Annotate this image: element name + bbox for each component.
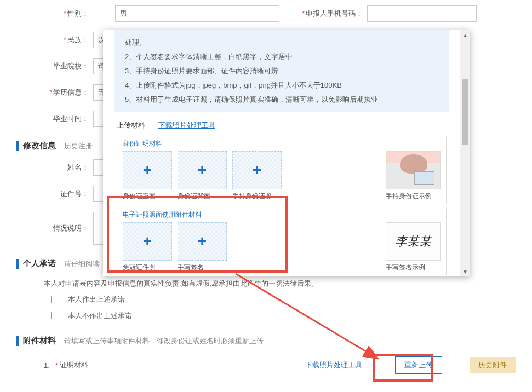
upload-id-holding[interactable]: + (232, 151, 282, 189)
phone-label: *申报人手机号码： (301, 9, 367, 19)
scrollbar-thumb[interactable] (462, 79, 468, 145)
section-ecert-title: 电子证照照面使用附件材料 (123, 210, 441, 220)
plus-icon: + (198, 162, 207, 179)
upload-signature[interactable]: + (178, 222, 227, 261)
download-tool-link-modal[interactable]: 下载照片处理工具 (158, 121, 215, 129)
commitment-checkbox-1[interactable] (44, 296, 52, 303)
education-label: *学历信息： (16, 88, 93, 97)
example-signature-image: 李某某 (386, 222, 441, 261)
notice-line: 4、上传附件格式为jpg，jpeg，bmp，gif，png并且大小不大于100K… (125, 78, 438, 93)
commitment-opt2: 本人不作出上述承诺 (68, 309, 132, 322)
gradtime-label: 毕业时间： (16, 114, 93, 124)
upload-id-back-label: 身份证背面 (178, 192, 227, 201)
example-signature-label: 手写签名示例 (386, 263, 441, 272)
upload-id-back[interactable]: + (178, 151, 227, 189)
commitment-opt1: 本人作出上述承诺 (68, 293, 125, 305)
plus-icon: + (253, 162, 261, 179)
upload-materials-label: 上传材料 (117, 121, 145, 129)
modify-section-title: 修改信息 (23, 141, 56, 151)
attach-row-name: 证明材料 (60, 360, 88, 370)
upload-id-holding-label: 手持身份证照 (232, 192, 282, 201)
gender-label: *性别： (16, 9, 93, 19)
download-tool-link[interactable]: 下载照片处理工具 (305, 360, 362, 370)
attach-row-num: 1. (44, 361, 50, 370)
reupload-button[interactable]: 重新上传 (395, 356, 442, 374)
section-id-title: 身份证明材料 (123, 139, 441, 148)
section-bar (16, 141, 19, 151)
modal-scrollbar[interactable]: ▲ ▼ (460, 30, 470, 276)
name-label: 姓名： (16, 163, 93, 172)
notice-line: 处理。 (125, 36, 438, 50)
upload-section-ecert: 电子证照照面使用附件材料 + 免冠证件照 + 手写签名 李某某 手写签名示例 (117, 207, 447, 275)
upload-photo-label: 免冠证件照 (123, 263, 172, 272)
scroll-up-icon[interactable]: ▲ (460, 30, 470, 40)
commitment-text: 本人对申请表内容及申报信息的真实性负责,如有虚假,愿承担由此产生的一切法律后果。 (44, 277, 516, 290)
upload-signature-label: 手写签名 (178, 263, 227, 272)
upload-id-front-label: 身份证正面 (123, 192, 172, 201)
section-bar (16, 259, 19, 269)
commitment-title: 个人承诺 (23, 258, 56, 269)
attachments-hint: 请填写或上传事项附件材料，修改身份证或姓名时必须重新上传 (64, 336, 264, 346)
upload-id-front[interactable]: + (123, 151, 172, 189)
section-bar (16, 336, 19, 346)
required-asterisk: * (55, 361, 58, 370)
history-attachments-button[interactable]: 历史附件 (470, 357, 516, 373)
school-label: 毕业院校： (16, 61, 93, 71)
upload-section-id: 身份证明材料 + 身份证正面 + 身份证背面 + 手持身份证照 手持身份证示例 (117, 136, 447, 204)
desc-label: 情况说明： (16, 223, 93, 233)
phone-input[interactable] (367, 5, 477, 22)
upload-photo[interactable]: + (123, 222, 172, 261)
plus-icon: + (143, 162, 152, 179)
upload-modal: 处理。 2、个人签名要求字体清晰工整，白纸黑字，文字居中 3、手持身份证照片要求… (103, 30, 470, 276)
attachments-title: 附件材料 (23, 336, 56, 346)
example-holding-id-label: 手持身份证示例 (386, 192, 441, 201)
plus-icon: + (198, 233, 207, 250)
commitment-checkbox-2[interactable] (44, 312, 52, 319)
id-label: 证件号： (16, 189, 93, 199)
plus-icon: + (143, 233, 152, 250)
notice-line: 2、个人签名要求字体清晰工整，白纸黑字，文字居中 (125, 50, 438, 64)
notice-box: 处理。 2、个人签名要求字体清晰工整，白纸黑字，文字居中 3、手持身份证照片要求… (114, 30, 449, 112)
commitment-hint: 请仔细阅读 (64, 259, 100, 269)
ethnicity-label: *民族： (16, 35, 93, 45)
notice-line: 3、手持身份证照片要求面部、证件内容清晰可辨 (125, 64, 438, 78)
modify-section-hint: 历史注册 (64, 141, 93, 151)
notice-line: 5、材料用于生成电子证照，请确保照片真实准确，清晰可辨，以免影响后期执业 (125, 93, 438, 107)
scroll-down-icon[interactable]: ▼ (460, 267, 470, 276)
example-holding-id-image (386, 151, 441, 189)
gender-input[interactable]: 男 (115, 5, 279, 22)
